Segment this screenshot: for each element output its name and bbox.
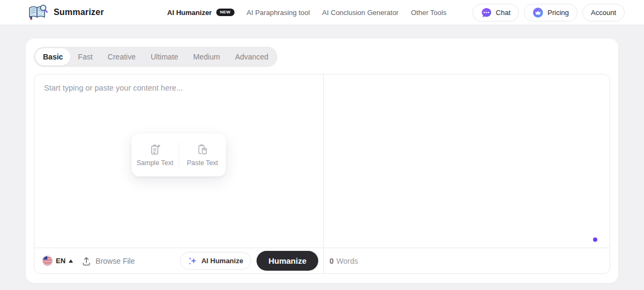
editor-container: Start typing or paste your content here.… (34, 74, 610, 274)
paste-text-label: Paste Text (187, 159, 218, 167)
language-code: EN (56, 257, 65, 265)
nav-label: AI Humanizer (167, 9, 212, 17)
caret-up-icon (69, 259, 73, 263)
input-editor[interactable]: Start typing or paste your content here.… (34, 75, 324, 248)
editor-footer: EN Browse File (34, 248, 610, 273)
us-flag-icon (42, 256, 53, 266)
brand-name: Summarizer (54, 8, 104, 17)
editor-placeholder: Start typing or paste your content here.… (34, 75, 323, 101)
nav-label: Other Tools (411, 9, 447, 17)
nav-item-ai-paraphrasing-tool[interactable]: AI Paraphrasing tool (247, 9, 310, 17)
chat-button[interactable]: Chat (472, 4, 519, 21)
tab-ultimate[interactable]: Ultimate (143, 48, 186, 65)
summarizer-logo-icon (28, 4, 48, 20)
main-card: Basic Fast Creative Ultimate Medium Adva… (26, 39, 618, 283)
ai-humanize-button[interactable]: AI Humanize (180, 252, 251, 270)
browse-file-button[interactable]: Browse File (82, 256, 135, 266)
nav-label: AI Conclusion Generator (322, 9, 398, 17)
tab-medium[interactable]: Medium (186, 48, 228, 65)
sparkles-icon (188, 256, 197, 266)
sample-text-button[interactable]: Sample Text (131, 144, 179, 167)
ai-humanize-label: AI Humanize (201, 257, 243, 265)
word-count-label: Words (336, 257, 358, 265)
input-toolbar: EN Browse File (34, 248, 324, 273)
quick-actions-card: Sample Text Paste Text (131, 133, 226, 176)
pricing-label: Pricing (547, 9, 569, 17)
pricing-button[interactable]: Pricing (524, 4, 577, 21)
account-button[interactable]: Account (582, 4, 625, 21)
main-nav: AI Humanizer NEW AI Paraphrasing tool AI… (167, 9, 447, 17)
status-dot (593, 237, 597, 242)
pricing-icon (532, 7, 544, 18)
nav-item-ai-conclusion-generator[interactable]: AI Conclusion Generator (322, 9, 398, 17)
tab-creative[interactable]: Creative (100, 48, 143, 65)
tab-basic[interactable]: Basic (35, 48, 70, 65)
new-badge: NEW (216, 9, 235, 16)
output-panel (324, 75, 610, 248)
humanize-button[interactable]: Humanize (257, 251, 318, 271)
chat-label: Chat (496, 9, 510, 17)
tab-advanced[interactable]: Advanced (228, 48, 276, 65)
editor-panels: Start typing or paste your content here.… (34, 75, 610, 248)
paste-text-button[interactable]: Paste Text (179, 144, 226, 167)
mode-tabs: Basic Fast Creative Ultimate Medium Adva… (34, 47, 277, 67)
language-selector[interactable]: EN (42, 256, 73, 266)
nav-item-other-tools[interactable]: Other Tools (411, 9, 447, 17)
app-header: Summarizer AI Humanizer NEW AI Paraphras… (0, 0, 644, 25)
header-actions: Chat Pricing Account (472, 4, 625, 21)
word-count: 0 (330, 257, 334, 265)
browse-file-label: Browse File (96, 257, 135, 265)
nav-item-ai-humanizer[interactable]: AI Humanizer NEW (167, 9, 235, 17)
output-toolbar: 0 Words (324, 248, 610, 273)
clipboard-plus-icon (149, 144, 161, 155)
chat-icon (481, 7, 492, 18)
brand[interactable]: Summarizer (28, 4, 104, 20)
clipboard-paste-icon (196, 144, 208, 155)
tab-fast[interactable]: Fast (70, 48, 100, 65)
account-label: Account (591, 9, 616, 17)
sample-text-label: Sample Text (136, 159, 173, 167)
nav-label: AI Paraphrasing tool (247, 9, 310, 17)
upload-icon (82, 256, 91, 266)
